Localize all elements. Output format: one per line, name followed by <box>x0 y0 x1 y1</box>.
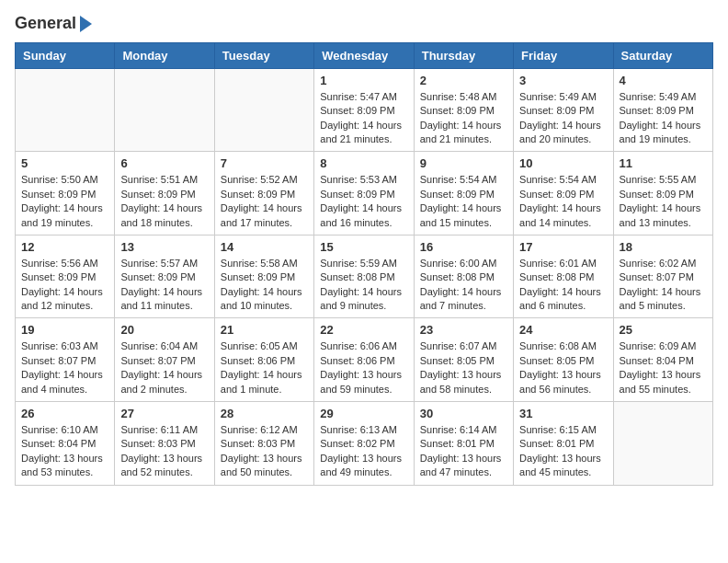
calendar-header-wednesday: Wednesday <box>314 42 414 68</box>
calendar-cell: 11Sunrise: 5:55 AMSunset: 8:09 PMDayligh… <box>613 152 712 236</box>
day-info: Sunrise: 6:10 AMSunset: 8:04 PMDaylight:… <box>21 423 108 480</box>
day-info: Sunrise: 6:00 AMSunset: 8:08 PMDaylight:… <box>420 257 507 314</box>
day-number: 1 <box>320 74 407 87</box>
day-info: Sunrise: 5:59 AMSunset: 8:08 PMDaylight:… <box>320 257 407 314</box>
day-info: Sunrise: 6:07 AMSunset: 8:05 PMDaylight:… <box>420 339 507 396</box>
calendar-cell: 20Sunrise: 6:04 AMSunset: 8:07 PMDayligh… <box>115 318 214 402</box>
day-number: 23 <box>420 323 507 337</box>
day-number: 22 <box>320 323 407 337</box>
calendar-header-thursday: Thursday <box>414 42 513 68</box>
calendar-header-row: SundayMondayTuesdayWednesdayThursdayFrid… <box>16 42 713 68</box>
day-number: 16 <box>420 240 507 254</box>
day-info: Sunrise: 5:49 AMSunset: 8:09 PMDaylight:… <box>620 90 707 147</box>
calendar-cell <box>115 68 214 152</box>
calendar-header-sunday: Sunday <box>16 42 115 68</box>
calendar-cell: 23Sunrise: 6:07 AMSunset: 8:05 PMDayligh… <box>414 318 513 402</box>
day-info: Sunrise: 5:57 AMSunset: 8:09 PMDaylight:… <box>120 257 208 314</box>
calendar-cell: 15Sunrise: 5:59 AMSunset: 8:08 PMDayligh… <box>314 235 414 318</box>
calendar-cell: 30Sunrise: 6:14 AMSunset: 8:01 PMDayligh… <box>414 402 513 486</box>
day-number: 27 <box>120 407 208 420</box>
calendar-cell: 27Sunrise: 6:11 AMSunset: 8:03 PMDayligh… <box>115 402 214 486</box>
day-number: 5 <box>21 156 108 170</box>
calendar-cell: 17Sunrise: 6:01 AMSunset: 8:08 PMDayligh… <box>514 235 613 318</box>
calendar-cell: 9Sunrise: 5:54 AMSunset: 8:09 PMDaylight… <box>414 152 513 236</box>
day-info: Sunrise: 5:50 AMSunset: 8:09 PMDaylight:… <box>21 173 108 230</box>
day-info: Sunrise: 5:52 AMSunset: 8:09 PMDaylight:… <box>221 173 308 230</box>
day-info: Sunrise: 6:03 AMSunset: 8:07 PMDaylight:… <box>21 339 108 396</box>
day-number: 30 <box>420 407 507 420</box>
calendar-cell: 21Sunrise: 6:05 AMSunset: 8:06 PMDayligh… <box>214 318 313 402</box>
day-number: 15 <box>320 240 407 254</box>
day-info: Sunrise: 5:51 AMSunset: 8:09 PMDaylight:… <box>120 173 208 230</box>
day-number: 31 <box>519 407 607 420</box>
calendar-cell: 1Sunrise: 5:47 AMSunset: 8:09 PMDaylight… <box>314 68 414 152</box>
day-info: Sunrise: 6:12 AMSunset: 8:03 PMDaylight:… <box>221 423 308 480</box>
day-number: 26 <box>21 407 108 420</box>
calendar-cell: 18Sunrise: 6:02 AMSunset: 8:07 PMDayligh… <box>613 235 712 318</box>
week-row-3: 12Sunrise: 5:56 AMSunset: 8:09 PMDayligh… <box>16 235 713 318</box>
calendar-header-friday: Friday <box>514 42 613 68</box>
day-number: 13 <box>120 240 208 254</box>
day-info: Sunrise: 6:05 AMSunset: 8:06 PMDaylight:… <box>221 339 308 396</box>
logo: General <box>15 15 92 31</box>
calendar-cell: 31Sunrise: 6:15 AMSunset: 8:01 PMDayligh… <box>514 402 613 486</box>
logo-arrow-icon <box>80 16 92 32</box>
day-info: Sunrise: 6:13 AMSunset: 8:02 PMDaylight:… <box>320 423 407 480</box>
day-number: 29 <box>320 407 407 420</box>
day-info: Sunrise: 6:15 AMSunset: 8:01 PMDaylight:… <box>519 423 607 480</box>
day-info: Sunrise: 5:58 AMSunset: 8:09 PMDaylight:… <box>221 257 308 314</box>
calendar-cell: 16Sunrise: 6:00 AMSunset: 8:08 PMDayligh… <box>414 235 513 318</box>
calendar-cell: 7Sunrise: 5:52 AMSunset: 8:09 PMDaylight… <box>214 152 313 236</box>
day-info: Sunrise: 5:47 AMSunset: 8:09 PMDaylight:… <box>320 90 407 147</box>
day-number: 21 <box>221 323 308 337</box>
calendar-header-tuesday: Tuesday <box>214 42 313 68</box>
day-number: 7 <box>221 156 308 170</box>
day-number: 19 <box>21 323 108 337</box>
day-info: Sunrise: 6:09 AMSunset: 8:04 PMDaylight:… <box>620 339 707 396</box>
calendar-cell: 26Sunrise: 6:10 AMSunset: 8:04 PMDayligh… <box>16 402 115 486</box>
calendar-cell: 2Sunrise: 5:48 AMSunset: 8:09 PMDaylight… <box>414 68 513 152</box>
calendar-cell <box>214 68 313 152</box>
calendar-cell: 8Sunrise: 5:53 AMSunset: 8:09 PMDaylight… <box>314 152 414 236</box>
calendar-table: SundayMondayTuesdayWednesdayThursdayFrid… <box>15 42 713 486</box>
calendar-cell: 5Sunrise: 5:50 AMSunset: 8:09 PMDaylight… <box>16 152 115 236</box>
calendar-cell: 10Sunrise: 5:54 AMSunset: 8:09 PMDayligh… <box>514 152 613 236</box>
day-info: Sunrise: 6:01 AMSunset: 8:08 PMDaylight:… <box>519 257 607 314</box>
day-info: Sunrise: 6:11 AMSunset: 8:03 PMDaylight:… <box>120 423 208 480</box>
day-number: 18 <box>620 240 707 254</box>
week-row-5: 26Sunrise: 6:10 AMSunset: 8:04 PMDayligh… <box>16 402 713 486</box>
day-info: Sunrise: 5:49 AMSunset: 8:09 PMDaylight:… <box>519 90 607 147</box>
calendar-cell: 22Sunrise: 6:06 AMSunset: 8:06 PMDayligh… <box>314 318 414 402</box>
day-info: Sunrise: 5:54 AMSunset: 8:09 PMDaylight:… <box>519 173 607 230</box>
day-info: Sunrise: 6:08 AMSunset: 8:05 PMDaylight:… <box>519 339 607 396</box>
calendar-header-saturday: Saturday <box>613 42 712 68</box>
calendar-cell: 19Sunrise: 6:03 AMSunset: 8:07 PMDayligh… <box>16 318 115 402</box>
day-number: 4 <box>620 74 707 87</box>
day-number: 17 <box>519 240 607 254</box>
day-number: 8 <box>320 156 407 170</box>
calendar-cell: 12Sunrise: 5:56 AMSunset: 8:09 PMDayligh… <box>16 235 115 318</box>
day-number: 25 <box>620 323 707 337</box>
week-row-2: 5Sunrise: 5:50 AMSunset: 8:09 PMDaylight… <box>16 152 713 236</box>
calendar-cell: 6Sunrise: 5:51 AMSunset: 8:09 PMDaylight… <box>115 152 214 236</box>
calendar-header-monday: Monday <box>115 42 214 68</box>
day-info: Sunrise: 6:04 AMSunset: 8:07 PMDaylight:… <box>120 339 208 396</box>
page-header: General <box>15 15 713 31</box>
calendar-cell <box>613 402 712 486</box>
day-info: Sunrise: 6:06 AMSunset: 8:06 PMDaylight:… <box>320 339 407 396</box>
day-number: 9 <box>420 156 507 170</box>
day-number: 3 <box>519 74 607 87</box>
day-info: Sunrise: 5:56 AMSunset: 8:09 PMDaylight:… <box>21 257 108 314</box>
calendar-cell: 25Sunrise: 6:09 AMSunset: 8:04 PMDayligh… <box>613 318 712 402</box>
day-number: 6 <box>120 156 208 170</box>
day-number: 2 <box>420 74 507 87</box>
calendar-cell: 14Sunrise: 5:58 AMSunset: 8:09 PMDayligh… <box>214 235 313 318</box>
calendar-cell <box>16 68 115 152</box>
day-info: Sunrise: 6:02 AMSunset: 8:07 PMDaylight:… <box>620 257 707 314</box>
week-row-1: 1Sunrise: 5:47 AMSunset: 8:09 PMDaylight… <box>16 68 713 152</box>
day-info: Sunrise: 5:48 AMSunset: 8:09 PMDaylight:… <box>420 90 507 147</box>
calendar-cell: 28Sunrise: 6:12 AMSunset: 8:03 PMDayligh… <box>214 402 313 486</box>
day-info: Sunrise: 6:14 AMSunset: 8:01 PMDaylight:… <box>420 423 507 480</box>
calendar-cell: 24Sunrise: 6:08 AMSunset: 8:05 PMDayligh… <box>514 318 613 402</box>
day-info: Sunrise: 5:55 AMSunset: 8:09 PMDaylight:… <box>620 173 707 230</box>
